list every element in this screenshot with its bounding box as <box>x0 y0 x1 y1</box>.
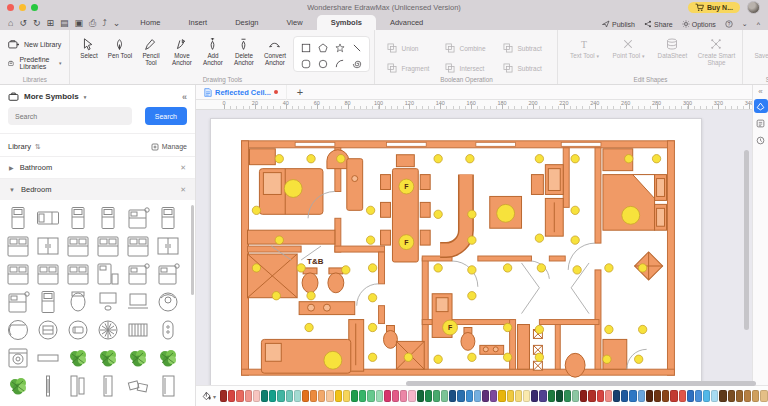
ceiling-light[interactable] <box>468 236 476 244</box>
color-swatch[interactable] <box>515 390 522 402</box>
shape-circle-icon[interactable] <box>315 56 331 71</box>
ceiling-light[interactable] <box>625 155 633 163</box>
fill-color-button[interactable]: ▾ <box>196 391 220 401</box>
boolean-union-button[interactable]: Union <box>379 38 437 58</box>
color-swatch[interactable] <box>507 390 514 402</box>
color-swatch[interactable] <box>474 390 481 402</box>
symbol-double-bed-4[interactable] <box>123 232 153 260</box>
symbol-plant-3[interactable] <box>123 344 153 372</box>
format-panel-button[interactable] <box>754 99 768 113</box>
ceiling-light[interactable] <box>252 206 260 214</box>
symbol-desk-monitor[interactable] <box>93 288 123 316</box>
collapse-panel-button[interactable]: ^ <box>757 21 760 28</box>
color-swatch[interactable] <box>335 390 342 402</box>
ceiling-light[interactable] <box>535 155 543 163</box>
ceiling-light[interactable] <box>466 155 474 163</box>
boolean-intersect-button[interactable]: Intersect <box>437 58 495 78</box>
ceiling-light[interactable] <box>605 264 613 272</box>
symbol-bed-lamp[interactable] <box>123 204 153 232</box>
color-swatch[interactable] <box>318 390 325 402</box>
color-swatch[interactable] <box>539 390 546 402</box>
ceiling-light[interactable] <box>434 355 442 363</box>
ceiling-light[interactable] <box>252 264 260 272</box>
search-button[interactable]: Search <box>145 107 187 125</box>
ceiling-light[interactable] <box>468 292 476 300</box>
symbol-single-bed-2[interactable] <box>63 204 93 232</box>
symbol-dressing-table[interactable] <box>63 288 93 316</box>
color-swatch[interactable] <box>269 390 276 402</box>
symbol-mirror[interactable] <box>93 372 123 400</box>
color-swatch[interactable] <box>228 390 235 402</box>
color-swatch[interactable] <box>556 390 563 402</box>
ceiling-light[interactable] <box>434 264 442 272</box>
section-bathroom[interactable]: ▶Bathroom✕ <box>0 156 195 178</box>
history-panel-button[interactable] <box>754 133 768 147</box>
more-symbols-header[interactable]: More Symbols▾ « <box>0 85 195 107</box>
color-swatch[interactable] <box>638 390 645 402</box>
symbol-wardrobe[interactable] <box>33 232 63 260</box>
document-tab[interactable]: Reflected Ceil... <box>196 85 287 100</box>
color-swatch[interactable] <box>662 390 669 402</box>
symbol-bed-lamp-3[interactable] <box>153 260 183 288</box>
symbol-double-bed-5[interactable] <box>3 260 33 288</box>
symbol-single-bed[interactable] <box>3 204 33 232</box>
color-swatch[interactable] <box>261 390 268 402</box>
vertical-scrollbar[interactable] <box>744 150 749 330</box>
ceiling-light[interactable] <box>652 155 660 163</box>
symbol-bed-lamp-4[interactable] <box>3 288 33 316</box>
close-section-icon[interactable]: ✕ <box>180 164 186 172</box>
tool-convert-anchor[interactable]: Convert Anchor <box>260 36 289 72</box>
color-swatch[interactable] <box>523 390 530 402</box>
symbol-bed-corner[interactable] <box>93 260 123 288</box>
color-swatch[interactable] <box>531 390 538 402</box>
symbol-double-bed-6[interactable] <box>33 260 63 288</box>
shape-line-icon[interactable] <box>349 40 365 55</box>
tab-home[interactable]: Home <box>126 15 174 30</box>
ceiling-light-large[interactable] <box>284 180 302 198</box>
color-swatch[interactable] <box>613 390 620 402</box>
horizontal-scrollbar[interactable] <box>406 381 756 386</box>
datasheet-button[interactable]: DataSheet <box>650 36 694 66</box>
ribbon-display-button[interactable]: ⌄ <box>742 20 748 28</box>
color-swatch[interactable] <box>294 390 301 402</box>
shape-pentagon-icon[interactable] <box>315 40 331 55</box>
save-symbol-button[interactable]: Save Symbol <box>747 36 768 59</box>
color-swatch[interactable] <box>621 390 628 402</box>
color-swatch[interactable] <box>719 390 726 402</box>
symbol-single-bed-3[interactable] <box>93 204 123 232</box>
ceiling-light[interactable] <box>305 323 313 331</box>
new-library-button[interactable]: New Library <box>4 36 65 53</box>
ceiling-light[interactable] <box>366 236 374 244</box>
color-swatch[interactable] <box>679 390 686 402</box>
ceiling-light[interactable] <box>434 155 442 163</box>
ceiling-light[interactable] <box>573 266 581 274</box>
color-swatch[interactable] <box>736 390 743 402</box>
publish-button[interactable]: Publish <box>602 20 635 28</box>
export-icon[interactable]: ⤴ <box>102 19 107 28</box>
color-swatch[interactable] <box>564 390 571 402</box>
symbol-double-bed-2[interactable] <box>63 232 93 260</box>
sort-icon[interactable]: ⇅ <box>35 143 41 151</box>
color-swatch[interactable] <box>670 390 677 402</box>
color-swatch[interactable] <box>400 390 407 402</box>
color-swatch[interactable] <box>548 390 555 402</box>
color-swatch[interactable] <box>646 390 653 402</box>
ceiling-light[interactable] <box>468 210 476 218</box>
color-swatch[interactable] <box>490 390 497 402</box>
ceiling-light[interactable] <box>535 325 543 333</box>
symbol-plant-1[interactable] <box>63 344 93 372</box>
color-swatch[interactable] <box>580 390 587 402</box>
symbol-robot-vacuum[interactable] <box>153 288 183 316</box>
ceiling-light[interactable] <box>307 155 315 163</box>
save-icon[interactable]: ▣ <box>75 19 84 28</box>
symbol-cabinet-tall[interactable] <box>63 372 93 400</box>
ceiling-light[interactable] <box>342 266 350 274</box>
shape-arc-icon[interactable] <box>332 56 348 71</box>
color-swatch[interactable] <box>482 390 489 402</box>
tool-pen-tool[interactable]: Pen Tool <box>105 36 134 72</box>
ceiling-light[interactable] <box>368 294 376 302</box>
ceiling-light[interactable] <box>468 266 476 274</box>
color-swatch[interactable] <box>572 390 579 402</box>
boolean-subtract-button[interactable]: Subtract <box>495 38 553 58</box>
ceiling-light[interactable] <box>275 236 283 244</box>
